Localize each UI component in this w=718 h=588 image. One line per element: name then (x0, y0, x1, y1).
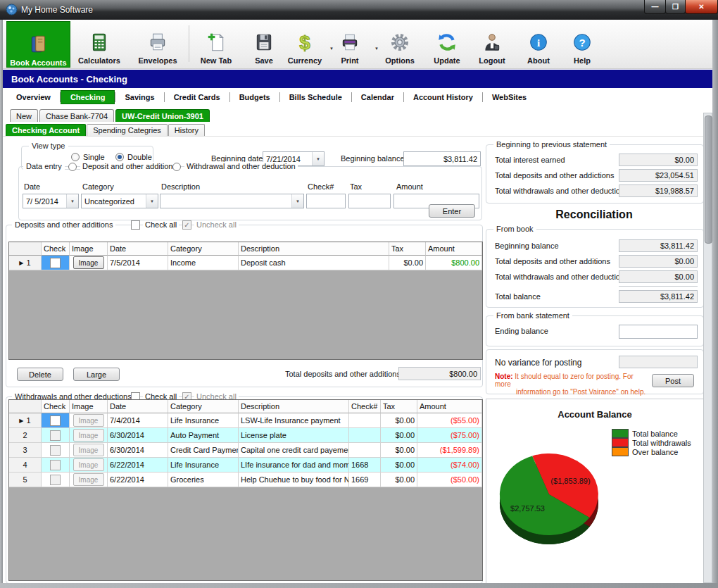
description-cell[interactable]: LSW-Life Insurance payment (239, 413, 349, 428)
tab-uw-credit-union-3901[interactable]: UW-Credit Union-3901 (115, 109, 210, 122)
vertical-scrollbar[interactable] (703, 113, 712, 583)
category-cell[interactable]: Life Insurance (168, 458, 239, 473)
deposits-uncheck-all-checkbox[interactable]: ✓ (182, 220, 191, 230)
entry-tax-field[interactable] (348, 194, 391, 208)
category-cell[interactable]: Credit Card Payment (168, 443, 239, 458)
entry-check-no-field[interactable] (306, 194, 346, 208)
toolbar-item-envelopes[interactable]: Envelopes (130, 23, 186, 65)
amount-cell[interactable]: $800.00 (426, 256, 482, 270)
close-button[interactable]: ✕ (685, 0, 718, 14)
entry-tax-input[interactable] (352, 196, 387, 206)
date-cell[interactable]: 7/4/2014 (108, 413, 168, 428)
column-header[interactable]: Image (70, 400, 108, 413)
check-cell[interactable] (42, 256, 70, 270)
tax-cell[interactable]: $0.00 (381, 413, 417, 428)
amount-cell[interactable]: ($55.00) (417, 413, 482, 428)
withdrawal-radio[interactable] (172, 163, 181, 171)
date-cell[interactable]: 6/30/2014 (108, 428, 168, 443)
tab-savings[interactable]: Savings (115, 91, 163, 104)
category-cell[interactable]: Life Insurance (168, 413, 239, 428)
column-header[interactable]: Description (239, 400, 349, 413)
table-row[interactable]: 4Image6/22/2014Life InsuranceLIfe insura… (9, 458, 482, 473)
entry-date-combo[interactable]: 7/ 5/2014▼ (23, 194, 79, 208)
scrollbar-thumb[interactable] (705, 115, 712, 244)
column-header[interactable]: Category (168, 242, 239, 256)
amount-cell[interactable]: ($50.00) (417, 473, 482, 487)
toolbar-item-new-tab[interactable]: New Tab (193, 23, 239, 65)
entry-category-combo[interactable]: Uncategorized▼ (81, 194, 158, 208)
column-header[interactable]: Check (42, 242, 70, 256)
tax-cell[interactable]: $0.00 (381, 458, 417, 473)
tab-checking-account[interactable]: Checking Account (6, 124, 86, 136)
date-cell[interactable]: 6/30/2014 (108, 443, 168, 458)
check_no-cell[interactable] (349, 413, 381, 428)
description-cell[interactable]: Capital one credit card payement (239, 443, 349, 458)
column-header[interactable]: Tax (389, 242, 426, 256)
tab-credit-cards[interactable]: Credit Cards (165, 91, 229, 104)
column-header[interactable]: Check (42, 400, 70, 413)
tax-cell[interactable]: $0.00 (381, 428, 417, 443)
table-row[interactable]: ▶1Image7/4/2014Life InsuranceLSW-Life In… (9, 413, 482, 428)
entry-check-no-input[interactable] (310, 196, 342, 206)
description-cell[interactable]: Help Chuehue to buy food for N... (239, 473, 349, 487)
ending-balance-field[interactable] (619, 325, 698, 339)
column-header[interactable]: Amount (417, 400, 482, 413)
column-header[interactable]: Category (168, 400, 239, 413)
category-cell[interactable]: Groceries (168, 473, 239, 487)
beginning-balance-field[interactable]: $3,811.42 (403, 151, 481, 166)
tab-chase-bank-7704[interactable]: Chase Bank-7704 (39, 109, 114, 122)
toolbar-item-options[interactable]: Options (377, 23, 423, 65)
category-cell[interactable]: Income (168, 256, 239, 270)
check-cell[interactable] (42, 443, 70, 458)
post-button[interactable]: Post (652, 374, 694, 387)
column-header[interactable] (9, 400, 42, 413)
delete-button[interactable]: Delete (17, 368, 63, 381)
description-cell[interactable]: License plate (239, 428, 349, 443)
tab-new[interactable]: New (10, 109, 38, 122)
large-button[interactable]: Large (73, 368, 120, 381)
single-radio[interactable] (71, 153, 80, 161)
amount-cell[interactable]: ($75.00) (417, 428, 482, 443)
toolbar-item-update[interactable]: Update (424, 23, 470, 65)
toolbar-item-book-accounts[interactable]: Book Accounts (6, 21, 70, 68)
check_no-cell[interactable] (349, 428, 381, 443)
amount-cell[interactable]: ($74.00) (417, 458, 482, 473)
amount-cell[interactable]: ($1,599.89) (417, 443, 482, 458)
tab-budgets[interactable]: Budgets (230, 91, 279, 104)
tab-spending-categries[interactable]: Spending Categries (87, 124, 168, 136)
tax-cell[interactable]: $0.00 (389, 256, 426, 270)
check-cell[interactable] (42, 413, 70, 428)
ending-balance-input[interactable] (622, 327, 694, 337)
tab-bills-schedule[interactable]: Bills Schedule (280, 91, 351, 104)
toolbar-item-logout[interactable]: Logout (469, 23, 515, 65)
table-row[interactable]: ▶1Image7/5/2014IncomeDeposit cash$0.00$8… (9, 256, 482, 270)
image-button[interactable]: Image (73, 256, 104, 269)
table-row[interactable]: 5Image6/22/2014GroceriesHelp Chuehue to … (9, 473, 482, 487)
tab-account-history[interactable]: Account History (404, 91, 482, 104)
column-header[interactable]: Image (70, 242, 108, 256)
toolbar-item-calculators[interactable]: Calculators (74, 23, 125, 65)
column-header[interactable]: Amount (426, 242, 482, 256)
toolbar-item-help[interactable]: ?Help (559, 23, 605, 65)
date-cell[interactable]: 7/5/2014 (108, 256, 168, 270)
row-checkbox[interactable] (50, 415, 61, 426)
description-cell[interactable]: Deposit cash (239, 256, 389, 270)
row-checkbox[interactable] (50, 460, 61, 470)
column-header[interactable]: Description (239, 242, 389, 256)
date-cell[interactable]: 6/22/2014 (108, 473, 168, 487)
check-cell[interactable] (42, 458, 70, 473)
column-header[interactable]: Date (108, 242, 168, 256)
table-row[interactable]: 3Image6/30/2014Credit Card PaymentCapita… (9, 443, 482, 458)
tab-checking[interactable]: Checking (61, 90, 115, 104)
column-header[interactable]: Date (108, 400, 168, 413)
maximize-button[interactable]: ❐ (665, 0, 686, 14)
tax-cell[interactable]: $0.00 (381, 443, 417, 458)
check_no-cell[interactable] (349, 443, 381, 458)
row-checkbox[interactable] (50, 430, 61, 441)
deposits-check-all-checkbox[interactable] (131, 220, 140, 230)
tab-overview[interactable]: Overview (7, 91, 60, 104)
tab-history[interactable]: History (168, 124, 205, 136)
toolbar-item-currency[interactable]: $Currency (282, 23, 328, 65)
deposit-radio[interactable] (68, 163, 77, 171)
double-radio[interactable] (115, 153, 124, 161)
